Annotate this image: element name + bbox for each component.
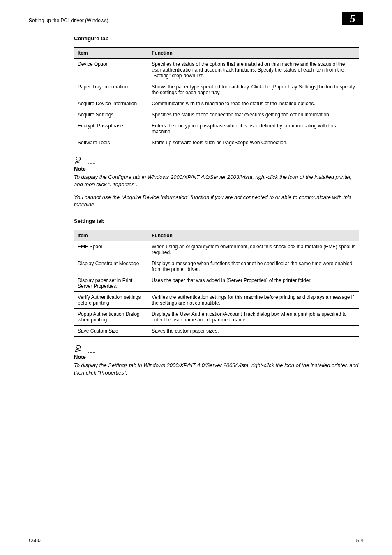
cell-item: Save Custom Size xyxy=(74,326,148,337)
footer: C650 5-4 xyxy=(29,535,363,543)
svg-line-5 xyxy=(76,349,80,350)
cell-item: Display paper set in Print Server Proper… xyxy=(74,275,148,292)
table-row: EMF Spool When using an original system … xyxy=(74,241,359,258)
note-label: Note xyxy=(74,166,359,172)
chapter-number-box: 5 xyxy=(342,12,363,25)
header-bar: Setting up the PCL driver (Windows) 5 xyxy=(29,12,363,25)
cell-item: Encrypt. Passphrase xyxy=(74,120,148,137)
body: Configure tab Item Function Device Optio… xyxy=(74,35,359,376)
cell-function: Shows the paper type specified for each … xyxy=(148,81,359,98)
table-row: Paper Tray Information Shows the paper t… xyxy=(74,81,359,98)
table-row: Device Option Specifies the status of th… xyxy=(74,59,359,81)
note-label: Note xyxy=(74,354,359,360)
cell-function: Specifies the status of the options that… xyxy=(148,59,359,81)
cell-function: Enters the encryption passphrase when it… xyxy=(148,120,359,137)
table-row: Display paper set in Print Server Proper… xyxy=(74,275,359,292)
note-icon xyxy=(74,156,85,165)
cell-item: Acquire Device Information xyxy=(74,98,148,109)
cell-function: Verifies the authentication settings for… xyxy=(148,292,359,309)
note-icon-row: ... xyxy=(74,156,359,165)
table-row: Acquire Settings Specifies the status of… xyxy=(74,109,359,120)
note-block: ... Note To display the Settings tab in … xyxy=(74,344,359,376)
cell-function: Communicates with this machine to read t… xyxy=(148,98,359,109)
cell-function: Specifies the status of the connection t… xyxy=(148,109,359,120)
svg-point-3 xyxy=(76,345,81,348)
note-text: To display the Configure tab in Windows … xyxy=(74,173,359,188)
cell-item: EMF Spool xyxy=(74,241,148,258)
svg-point-0 xyxy=(76,157,81,160)
note-icon-row: ... xyxy=(74,344,359,353)
cell-item: Verify Authentication settings before pr… xyxy=(74,292,148,309)
table-row: Popup Authentication Dialog when printin… xyxy=(74,309,359,326)
note-dots: ... xyxy=(87,160,96,164)
section-title-settings: Settings tab xyxy=(74,218,359,224)
note-dots: ... xyxy=(87,348,96,352)
svg-line-2 xyxy=(76,161,80,162)
note-text: To display the Settings tab in Windows 2… xyxy=(74,362,359,376)
col-header-item: Item xyxy=(74,48,148,59)
col-header-function: Function xyxy=(148,48,359,59)
col-header-function: Function xyxy=(148,230,359,241)
section-title-configure: Configure tab xyxy=(74,35,359,42)
cell-function: Saves the custom paper sizes. xyxy=(148,326,359,337)
cell-item: Popup Authentication Dialog when printin… xyxy=(74,309,148,326)
cell-function: Starts up software tools such as PageSco… xyxy=(148,137,359,148)
cell-function: Uses the paper that was added in [Server… xyxy=(148,275,359,292)
table-row: Acquire Device Information Communicates … xyxy=(74,98,359,109)
cell-function: When using an original system environmen… xyxy=(148,241,359,258)
table-header-row: Item Function xyxy=(74,48,359,59)
running-head: Setting up the PCL driver (Windows) xyxy=(29,18,339,25)
cell-item: Display Constraint Message xyxy=(74,258,148,275)
table-row: Display Constraint Message Displays a me… xyxy=(74,258,359,275)
table-header-row: Item Function xyxy=(74,230,359,241)
cell-item: Device Option xyxy=(74,59,148,81)
cell-function: Displays a message when functions that c… xyxy=(148,258,359,275)
note-icon xyxy=(74,344,85,353)
configure-table: Item Function Device Option Specifies th… xyxy=(74,47,359,148)
table-row: Save Custom Size Saves the custom paper … xyxy=(74,326,359,337)
footer-left: C650 xyxy=(29,538,41,543)
footer-right: 5-4 xyxy=(356,538,363,543)
note-text: You cannot use the "Acquire Device Infor… xyxy=(74,194,359,208)
settings-table: Item Function EMF Spool When using an or… xyxy=(74,230,359,337)
cell-item: Paper Tray Information xyxy=(74,81,148,98)
table-row: Encrypt. Passphrase Enters the encryptio… xyxy=(74,120,359,137)
table-row: Software Tools Starts up software tools … xyxy=(74,137,359,148)
page: Setting up the PCL driver (Windows) 5 Co… xyxy=(0,0,392,555)
col-header-item: Item xyxy=(74,230,148,241)
cell-function: Displays the User Authentication/Account… xyxy=(148,309,359,326)
note-block: ... Note To display the Configure tab in… xyxy=(74,156,359,208)
table-row: Verify Authentication settings before pr… xyxy=(74,292,359,309)
cell-item: Acquire Settings xyxy=(74,109,148,120)
cell-item: Software Tools xyxy=(74,137,148,148)
